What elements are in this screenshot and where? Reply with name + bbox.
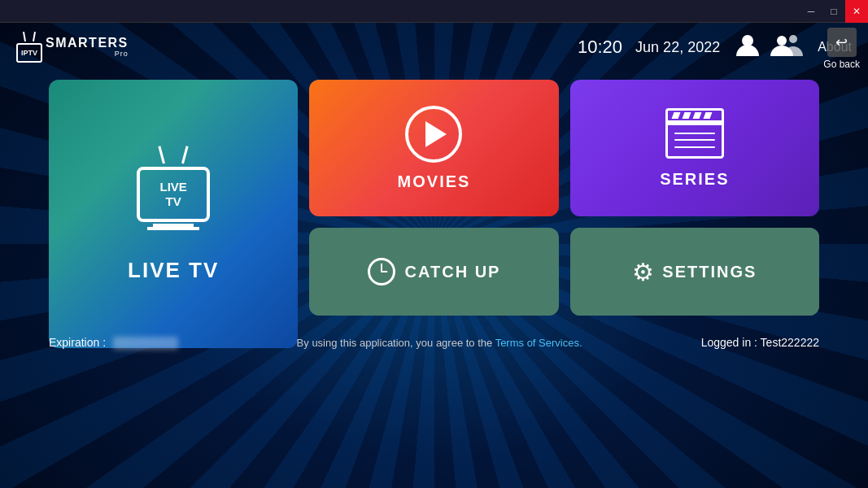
play-triangle-icon bbox=[425, 121, 447, 147]
catchup-label: CATCH UP bbox=[405, 263, 501, 281]
series-card[interactable]: SERIES bbox=[570, 80, 819, 216]
expiry-value bbox=[113, 337, 178, 350]
clapper-stripe bbox=[692, 112, 701, 119]
clapper-stripe bbox=[682, 112, 691, 119]
tv-body-icon: LIVE TV bbox=[137, 167, 210, 222]
main-content: LIVE TV LIVE TV MOVIES bbox=[0, 72, 868, 316]
logo-smarters-text: SMARTERS bbox=[46, 37, 129, 50]
play-icon bbox=[405, 106, 462, 163]
expiry-section: Expiration : bbox=[49, 335, 178, 350]
header-icons bbox=[733, 30, 805, 65]
clapper-line bbox=[674, 139, 715, 141]
header-date: Jun 22, 2022 bbox=[635, 39, 720, 56]
series-label: SERIES bbox=[660, 170, 729, 189]
clock-icon bbox=[368, 258, 395, 285]
clapper-icon bbox=[665, 108, 724, 159]
user-icon-button[interactable] bbox=[733, 30, 762, 65]
logo-antenna bbox=[24, 32, 35, 41]
livetv-label: LIVE TV bbox=[128, 258, 219, 283]
antenna-right bbox=[33, 32, 36, 41]
antenna-left bbox=[23, 32, 26, 41]
logo: IPTV SMARTERS Pro bbox=[16, 32, 129, 63]
go-back-icon: ↩ bbox=[827, 28, 857, 57]
logo-tv-symbol: IPTV bbox=[16, 32, 42, 63]
tv-screen-line1: LIVE bbox=[159, 180, 186, 194]
clapper-line bbox=[674, 133, 715, 134]
go-back-button[interactable]: ↩ Go back bbox=[815, 23, 868, 75]
profile-switch-button[interactable] bbox=[769, 30, 805, 65]
livetv-card[interactable]: LIVE TV LIVE TV bbox=[49, 80, 298, 348]
settings-label: SETTINGS bbox=[662, 263, 757, 281]
clapper-top bbox=[665, 108, 724, 123]
catchup-card[interactable]: CATCH UP bbox=[309, 228, 558, 316]
header: IPTV SMARTERS Pro 10:20 Jun 22, 2022 bbox=[0, 23, 868, 72]
logo-iptv-text: IPTV bbox=[21, 49, 37, 57]
expiry-label: Expiration : bbox=[49, 336, 106, 349]
clapper-stripe bbox=[703, 112, 712, 119]
tv-screen-content: LIVE TV bbox=[159, 180, 186, 208]
movies-card[interactable]: MOVIES bbox=[309, 80, 558, 216]
gear-icon: ⚙ bbox=[632, 258, 654, 286]
go-back-label: Go back bbox=[823, 59, 860, 70]
terms-section: By using this application, you agree to … bbox=[297, 337, 582, 349]
clapper-line bbox=[674, 146, 715, 148]
antenna-right-icon bbox=[181, 146, 189, 163]
minimize-button[interactable]: ─ bbox=[800, 0, 822, 23]
svg-point-1 bbox=[777, 36, 787, 46]
svg-point-2 bbox=[789, 35, 797, 43]
card-grid: LIVE TV LIVE TV MOVIES bbox=[49, 80, 819, 316]
close-button[interactable]: ✕ bbox=[845, 0, 868, 23]
logo-pro-text: Pro bbox=[46, 50, 129, 58]
tv-stand-base bbox=[147, 227, 199, 230]
clapper-stripe bbox=[671, 112, 680, 119]
settings-card[interactable]: ⚙ SETTINGS bbox=[570, 228, 819, 316]
svg-point-0 bbox=[742, 35, 753, 46]
antenna-left-icon bbox=[159, 146, 166, 163]
catchup-content: CATCH UP bbox=[368, 258, 501, 285]
settings-content: ⚙ SETTINGS bbox=[632, 258, 757, 286]
header-time: 10:20 bbox=[578, 37, 622, 58]
logo-smarters-wrap: SMARTERS Pro bbox=[46, 37, 129, 58]
logo-screen: IPTV bbox=[16, 43, 42, 63]
footer: Expiration : By using this application, … bbox=[0, 325, 868, 359]
tv-screen-line2: TV bbox=[159, 194, 186, 208]
titlebar: ─ □ ✕ bbox=[0, 0, 868, 23]
clapper-body bbox=[665, 123, 724, 159]
terms-link[interactable]: Terms of Services. bbox=[495, 337, 582, 349]
terms-text: By using this application, you agree to … bbox=[297, 337, 495, 349]
maximize-button[interactable]: □ bbox=[822, 0, 845, 23]
tv-illustration: LIVE TV bbox=[137, 146, 210, 222]
logged-in-text: Logged in : Test222222 bbox=[701, 336, 819, 349]
header-right: 10:20 Jun 22, 2022 About bbox=[578, 30, 852, 65]
movies-label: MOVIES bbox=[398, 172, 471, 191]
logged-in-section: Logged in : Test222222 bbox=[701, 335, 819, 350]
